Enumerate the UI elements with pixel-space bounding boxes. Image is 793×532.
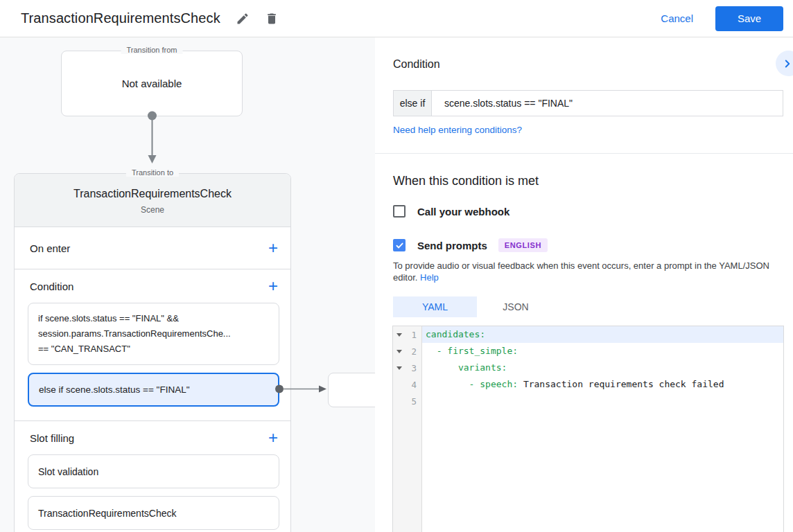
yaml-code-editor: 1 2 3 4 5 candidates: - first_simple: va…: [392, 326, 784, 532]
slot-validation-item[interactable]: Slot validation: [28, 454, 279, 488]
send-prompts-label[interactable]: Send prompts: [417, 240, 487, 251]
code-line-1[interactable]: candidates:: [422, 326, 783, 343]
edit-button[interactable]: [233, 9, 252, 28]
add-on-enter-button[interactable]: +: [268, 241, 278, 255]
slot-validation-label: Slot validation: [38, 466, 98, 477]
topbar: TransactionRequirementsCheck Cancel Save: [0, 0, 793, 37]
line-number: 4: [411, 380, 417, 390]
cancel-button[interactable]: Cancel: [661, 12, 693, 24]
add-condition-button[interactable]: +: [268, 279, 278, 293]
code-line-4[interactable]: - speech: Transaction requirements check…: [422, 376, 783, 393]
editor-code-area[interactable]: candidates: - first_simple: variants: - …: [422, 326, 783, 532]
delete-button[interactable]: [262, 9, 281, 28]
scene-node-title: TransactionRequirementsCheck: [15, 188, 290, 200]
save-button[interactable]: Save: [715, 6, 783, 31]
code-line-5[interactable]: [422, 393, 783, 409]
scene-node-header[interactable]: TransactionRequirementsCheck Scene: [15, 174, 290, 227]
panel-heading: Condition: [393, 58, 440, 71]
section-divider: [375, 153, 793, 154]
code-line-2[interactable]: - first_simple:: [422, 343, 783, 360]
add-slot-button[interactable]: +: [268, 431, 278, 445]
slot-filling-section: Slot filling + Slot validation Transacti…: [15, 421, 290, 530]
gutter-line-2[interactable]: 2: [393, 343, 421, 360]
editor-tabs: YAML JSON: [393, 296, 555, 317]
slot-trc-item[interactable]: TransactionRequirementsCheck: [28, 496, 279, 530]
yaml-value: Transaction requirements check failed: [518, 379, 724, 389]
page-title: TransactionRequirementsCheck: [21, 10, 220, 26]
pencil-icon: [236, 12, 250, 26]
webhook-checkbox[interactable]: [393, 205, 406, 218]
on-enter-section: On enter +: [15, 227, 290, 269]
prompts-description: To provide audio or visual feedback when…: [393, 260, 785, 283]
condition-if-line2: session.params.TransactionRequirementsCh…: [38, 326, 269, 342]
chevron-right-icon: [781, 57, 793, 70]
conditions-help-link[interactable]: Need help entering conditions?: [393, 125, 522, 135]
condition-panel: Condition else if scene.slots.status == …: [375, 37, 793, 532]
condition-elseif-text: else if scene.slots.status == "FINAL": [39, 382, 189, 398]
send-prompts-checkbox[interactable]: [393, 239, 406, 251]
condition-section: Condition + if scene.slots.status == "FI…: [15, 269, 290, 421]
scene-diagram-canvas: Transition from Not available Transition…: [0, 37, 375, 532]
condition-met-heading: When this condition is met: [393, 174, 539, 188]
slot-filling-label: Slot filling: [30, 432, 74, 444]
trash-icon: [265, 12, 279, 26]
scene-node: Transition to TransactionRequirementsChe…: [14, 173, 291, 532]
webhook-label[interactable]: Call your webhook: [417, 206, 509, 218]
tab-json[interactable]: JSON: [477, 296, 555, 317]
collapse-panel-button[interactable]: [776, 51, 793, 76]
on-enter-label: On enter: [30, 242, 70, 254]
fold-arrow-icon[interactable]: [397, 350, 402, 353]
transition-target-node[interactable]: [328, 373, 375, 407]
transition-from-content: Not available: [122, 78, 182, 89]
fold-arrow-icon[interactable]: [397, 333, 402, 337]
yaml-key: candidates:: [426, 329, 485, 339]
connector-arrow-down: [143, 111, 161, 166]
condition-item-elseif-selected[interactable]: else if scene.slots.status == "FINAL": [28, 373, 279, 407]
language-badge: ENGLISH: [498, 238, 548, 252]
condition-item-if[interactable]: if scene.slots.status == "FINAL" && sess…: [28, 303, 279, 365]
condition-if-line3: == "CAN_TRANSACT": [38, 342, 269, 357]
gutter-line-4[interactable]: 4: [393, 376, 421, 393]
help-link[interactable]: Help: [420, 272, 439, 283]
editor-gutter: 1 2 3 4 5: [393, 326, 422, 532]
line-number: 2: [411, 346, 417, 357]
line-number: 5: [411, 396, 417, 407]
yaml-key: - speech:: [426, 379, 518, 389]
yaml-key: - first_simple:: [426, 346, 518, 356]
yaml-key: variants:: [426, 362, 507, 373]
webhook-row: Call your webhook: [393, 205, 509, 218]
condition-section-label: Condition: [30, 281, 73, 292]
code-line-3[interactable]: variants:: [422, 360, 783, 376]
condition-expression-input[interactable]: scene.slots.status == "FINAL": [432, 91, 783, 116]
line-number: 3: [411, 363, 417, 373]
slot-trc-label: TransactionRequirementsCheck: [38, 508, 176, 519]
check-icon: [395, 241, 404, 250]
scene-node-subtitle: Scene: [15, 205, 290, 215]
condition-prefix: else if: [394, 91, 432, 116]
gutter-line-3[interactable]: 3: [393, 360, 421, 376]
transition-from-node[interactable]: Transition from Not available: [61, 51, 243, 116]
connector-arrow-right: [274, 383, 329, 395]
transition-to-legend: Transition to: [126, 168, 179, 177]
line-number: 1: [411, 330, 417, 340]
gutter-line-1[interactable]: 1: [393, 326, 421, 343]
condition-input-row: else if scene.slots.status == "FINAL": [393, 90, 783, 116]
prompts-description-text: To provide audio or visual feedback when…: [393, 260, 769, 283]
fold-arrow-icon[interactable]: [397, 366, 402, 370]
send-prompts-row: Send prompts ENGLISH: [393, 238, 548, 252]
transition-from-legend: Transition from: [121, 46, 183, 54]
tab-yaml[interactable]: YAML: [393, 296, 477, 317]
condition-if-line1: if scene.slots.status == "FINAL" &&: [38, 311, 269, 326]
gutter-line-5[interactable]: 5: [393, 393, 421, 409]
